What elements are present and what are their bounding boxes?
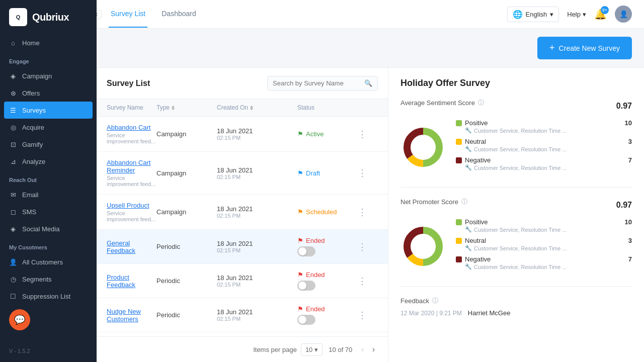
survey-desc: Service improvement feed... xyxy=(107,175,156,187)
wrench-icon: 🔧 xyxy=(465,226,472,233)
sentiment-legend: Positive 10 🔧 Customer Service, Resoluti… xyxy=(456,119,632,175)
sidebar-item-offers[interactable]: ⊛ Offers xyxy=(0,84,97,102)
sidebar-item-gamify[interactable]: ⊡ Gamify xyxy=(0,136,97,153)
survey-name-link[interactable]: Abbandon Cart Reminder xyxy=(107,159,156,174)
tab-survey-list[interactable]: Survey List xyxy=(109,1,147,28)
tab-dashboard[interactable]: Dashboard xyxy=(159,1,198,28)
status-cell: ⚑ Ended xyxy=(297,237,358,256)
prev-page-button[interactable]: ‹ xyxy=(358,343,367,356)
legend-item-negative: Negative 7 🔧 Customer Service, Resolutio… xyxy=(456,156,632,171)
flag-icon: ⚑ xyxy=(297,271,303,279)
suppression-icon: ☐ xyxy=(9,292,17,300)
my-customers-section-label: My Cusotmers xyxy=(0,237,97,253)
divider xyxy=(400,187,632,188)
wrench-icon: 🔧 xyxy=(465,245,472,251)
positive-dot xyxy=(456,219,462,225)
col-header-name: Survey Name xyxy=(107,104,156,111)
help-chevron-icon: ▾ xyxy=(583,11,586,18)
survey-list-title: Survey List xyxy=(107,79,150,88)
globe-icon: 🌐 xyxy=(513,10,523,19)
sort-type-icon xyxy=(172,106,175,110)
status-cell: ⚑ Active xyxy=(297,130,358,138)
survey-time: 02:15 PM xyxy=(217,247,297,253)
more-options-button[interactable]: ⋮ xyxy=(358,130,378,139)
notification-badge: 9+ xyxy=(601,6,609,14)
neutral-dot xyxy=(456,238,462,244)
feedback-label: Feedback ⓘ xyxy=(400,297,632,305)
sidebar-item-home[interactable]: ⌂ Home xyxy=(0,34,97,51)
flag-icon: ⚑ xyxy=(297,208,303,216)
language-selector[interactable]: 🌐 English ▾ xyxy=(507,7,559,22)
sort-created-icon xyxy=(250,106,253,110)
sidebar-item-all-customers[interactable]: 👤 All Customers xyxy=(0,253,97,270)
search-input[interactable] xyxy=(273,79,361,87)
feedback-meta-row: 12 Mar 2020 | 9:21 PM Harriet McGee xyxy=(400,309,632,317)
logo-text: Qubriux xyxy=(32,12,69,23)
sidebar-item-suppression-list[interactable]: ☐ Suppression List xyxy=(0,288,97,305)
more-options-button[interactable]: ⋮ xyxy=(358,311,378,320)
sidebar-item-sms[interactable]: ◻ SMS xyxy=(0,203,97,220)
survey-date: 18 Jun 2021 xyxy=(217,240,297,247)
feedback-date: 12 Mar 2020 | 9:21 PM xyxy=(400,310,462,317)
net-promoter-label: Net Promoter Score ⓘ xyxy=(400,198,467,206)
positive-dot xyxy=(456,120,462,126)
survey-date: 18 Jun 2021 xyxy=(217,166,297,174)
create-new-survey-button[interactable]: + Create New Survey xyxy=(537,37,632,59)
net-promoter-section: Net Promoter Score ⓘ 0.97 xyxy=(400,198,632,274)
table-row: Abbandon Cart Service improvement feed..… xyxy=(97,117,388,152)
survey-time: 02:15 PM xyxy=(217,213,297,219)
notification-button[interactable]: 🔔 9+ xyxy=(594,8,607,20)
collapse-sidebar-button[interactable]: ‹ xyxy=(97,9,102,20)
sentiment-donut-area: Positive 10 🔧 Customer Service, Resoluti… xyxy=(400,119,632,175)
action-bar: + Create New Survey xyxy=(97,29,644,68)
help-button[interactable]: Help ▾ xyxy=(567,11,586,18)
status-cell: ⚑ Ended xyxy=(297,271,358,291)
content-area: Survey List 🔍 Survey Name Type Created O… xyxy=(97,68,644,362)
wrench-icon: 🔧 xyxy=(465,127,472,134)
survey-name-link[interactable]: Upsell Product xyxy=(107,202,156,209)
status-toggle[interactable] xyxy=(297,315,315,325)
main-area: ‹ Survey List Dashboard 🌐 English ▾ Help… xyxy=(97,0,644,362)
per-page-chevron-icon: ▾ xyxy=(314,346,318,353)
survey-name-link[interactable]: Abbandon Cart xyxy=(107,124,156,131)
sidebar-item-analyze[interactable]: ⊿ Analyze xyxy=(0,153,97,170)
version-label: V - 1.5.2 xyxy=(0,340,97,362)
chat-bubble[interactable]: 💬 xyxy=(9,309,30,330)
wrench-icon: 🔧 xyxy=(465,164,472,171)
next-page-button[interactable]: › xyxy=(369,343,378,356)
search-box[interactable]: 🔍 xyxy=(267,76,378,90)
more-options-button[interactable]: ⋮ xyxy=(358,242,378,251)
more-options-button[interactable]: ⋮ xyxy=(358,168,378,177)
col-header-actions xyxy=(358,104,378,111)
sidebar-item-surveys[interactable]: ☰ Surveys xyxy=(4,102,93,119)
user-avatar[interactable]: 👤 xyxy=(615,6,632,23)
divider-2 xyxy=(400,286,632,287)
row-name-cell: Abbandon Cart Reminder Service improveme… xyxy=(107,159,156,187)
page-navigation: ‹ › xyxy=(358,343,378,356)
sidebar-item-campaign[interactable]: ◈ Campaign xyxy=(0,67,97,84)
survey-date: 18 Jun 2021 xyxy=(217,205,297,213)
more-options-button[interactable]: ⋮ xyxy=(358,208,378,217)
segments-icon: ◷ xyxy=(9,275,17,283)
per-page-select[interactable]: 10 ▾ xyxy=(301,343,323,356)
more-options-button[interactable]: ⋮ xyxy=(358,277,378,286)
col-header-created[interactable]: Created On xyxy=(217,104,297,111)
survey-name-link[interactable]: General Feedback xyxy=(107,239,156,254)
survey-name-link[interactable]: Product Feedback xyxy=(107,274,156,289)
survey-name-link[interactable]: Nudge New Customers xyxy=(107,308,156,323)
sidebar-item-social-media[interactable]: ◈ Social Media xyxy=(0,220,97,237)
status-badge: ⚑ Draft xyxy=(297,169,358,177)
survey-type: Campaign xyxy=(156,208,217,216)
acquire-icon: ◎ xyxy=(9,123,17,131)
status-toggle[interactable] xyxy=(297,246,315,256)
negative-dot xyxy=(456,256,462,262)
wrench-icon: 🔧 xyxy=(465,146,472,152)
sidebar-item-segments[interactable]: ◷ Segments xyxy=(0,270,97,288)
col-header-type[interactable]: Type xyxy=(156,104,217,111)
status-toggle[interactable] xyxy=(297,281,315,291)
plus-icon: + xyxy=(549,43,555,53)
survey-time: 02:15 PM xyxy=(217,282,297,288)
chat-icon: 💬 xyxy=(14,314,25,325)
sidebar-item-acquire[interactable]: ◎ Acquire xyxy=(0,119,97,136)
sidebar-item-email[interactable]: ✉ Email xyxy=(0,186,97,203)
